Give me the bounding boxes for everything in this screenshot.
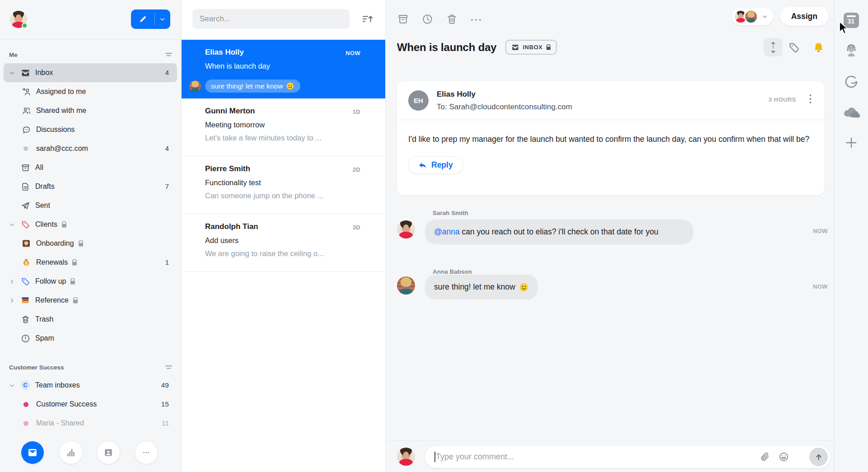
compose-chevron-down-icon[interactable] [155, 16, 170, 22]
sidebar-item-drafts[interactable]: Drafts 7 [4, 177, 177, 196]
conversation-sender: Gunni Merton [205, 107, 360, 116]
chevron-right-icon[interactable] [9, 298, 21, 304]
spam-shield-icon [21, 334, 35, 343]
sidebar-item-label: sarah@ccc.com [36, 145, 88, 153]
reply-button[interactable]: Reply [408, 156, 463, 174]
sidebar: Me Inbox 4 Assigned to me Shared with me… [0, 0, 181, 472]
smiley-emoji [519, 282, 529, 292]
conversation-item[interactable]: Pierre Smith 2D Functionality test Can s… [182, 156, 385, 214]
chevron-down-icon[interactable] [9, 70, 21, 76]
books-emoji-icon [21, 296, 35, 305]
comment-time: NOW [813, 283, 828, 290]
people-icon [22, 106, 36, 116]
thread-pane: Assign When is launch day INBOX EH Elias… [386, 0, 833, 472]
more-vertical-icon[interactable] [809, 94, 812, 104]
message-body: I'd like to prep my manager for the laun… [408, 131, 815, 147]
add-integration-plus-icon[interactable] [845, 136, 858, 149]
sidebar-item-assigned-to-me[interactable]: Assigned to me [4, 82, 177, 101]
chevron-down-icon[interactable] [9, 383, 21, 388]
compose-button[interactable] [131, 9, 170, 29]
snooze-clock-icon[interactable] [421, 13, 434, 25]
sidebar-item-clients[interactable]: Clients [4, 215, 177, 234]
unread-count: 49 [161, 381, 169, 389]
dock-more-button[interactable] [135, 441, 158, 464]
sidebar-item-spam[interactable]: Spam [4, 329, 177, 348]
filter-icon[interactable] [165, 364, 173, 370]
search-input[interactable] [192, 9, 350, 29]
sidebar-item-sent[interactable]: Sent [4, 196, 177, 215]
inbox-badge[interactable]: INBOX [505, 40, 556, 55]
loop-app-icon[interactable] [844, 74, 859, 89]
calendar-day: 31 [844, 18, 859, 25]
sidebar-item-renewals[interactable]: $ Renewals 1 [4, 253, 177, 272]
chevron-down-icon[interactable] [9, 222, 21, 228]
trash-icon [21, 315, 35, 324]
sidebar-item-reference[interactable]: Reference [4, 291, 177, 310]
notification-bell-icon[interactable] [812, 42, 825, 54]
sidebar-item-onboarding[interactable]: Onboarding [4, 234, 177, 253]
sidebar-item-discussions[interactable]: Discussions [4, 120, 177, 139]
sidebar-item-label: Discussions [36, 126, 75, 134]
paperclip-icon[interactable] [760, 452, 770, 462]
comment-author: Anna Babson [433, 268, 472, 275]
sidebar-item-label: Customer Success [36, 400, 97, 408]
conversation-item[interactable]: Gunni Merton 1D Meeting tomorrow Let's t… [182, 98, 385, 156]
emoji-picker-icon[interactable] [779, 452, 789, 462]
mention-link[interactable]: @anna [434, 227, 460, 236]
assign-button[interactable]: Assign [780, 7, 829, 26]
trash-icon[interactable] [446, 13, 458, 25]
dock-inbox-button[interactable] [21, 441, 44, 464]
persona-app-icon[interactable] [843, 42, 859, 59]
sidebar-item-inbox[interactable]: Inbox 4 [4, 63, 177, 82]
comment-input-container[interactable] [425, 446, 831, 468]
conversation-item-selected[interactable]: Elias Holly NOW When is launch day sure … [182, 40, 385, 98]
calendar-icon[interactable]: 31 [844, 13, 859, 28]
sidebar-item-follow-up[interactable]: Follow up [4, 272, 177, 291]
integration-rail: 31 [834, 0, 868, 472]
sidebar-item-label: Follow up [35, 277, 66, 285]
comment-bubble: sure thing! let me know [425, 275, 538, 299]
filter-icon[interactable] [165, 51, 173, 58]
sort-icon[interactable] [362, 14, 373, 24]
conversation-item[interactable]: Randolph Tian 3D Add users We are going … [182, 214, 385, 272]
cloud-app-icon[interactable] [842, 106, 860, 118]
sidebar-item-sarah-channel[interactable]: sarah@ccc.com 4 [4, 139, 177, 158]
comment-author: Sarah Smith [433, 210, 468, 216]
sidebar-item-label: Shared with me [36, 107, 86, 115]
assignee-avatars[interactable] [732, 8, 773, 25]
woman-emoji-icon [22, 239, 36, 248]
conversation-time: NOW [345, 50, 360, 56]
send-button[interactable] [809, 448, 828, 466]
archive-box-icon [21, 163, 35, 173]
sidebar-item-team-inboxes[interactable]: C Team inboxes 49 [4, 376, 177, 395]
conversation-subject: When is launch day [205, 62, 360, 70]
message-card: EH Elias Holly To: Sarah@cloudcontentcon… [397, 81, 824, 195]
tag-icon[interactable] [788, 42, 800, 54]
send-arrow-up-icon [814, 453, 823, 462]
chevron-right-icon[interactable] [9, 279, 21, 285]
conversation-time: 3D [353, 224, 360, 231]
sidebar-item-all[interactable]: All [4, 158, 177, 177]
message-recipient: To: Sarah@cloudcontentconsulting.com [437, 103, 572, 112]
sidebar-item-maria-shared[interactable]: Maria - Shared 11 [4, 414, 177, 433]
sidebar-item-label: Assigned to me [36, 88, 86, 96]
more-horizontal-icon[interactable] [470, 18, 482, 22]
dock-analytics-button[interactable] [60, 441, 82, 464]
sidebar-item-label: Onboarding [36, 239, 74, 248]
lock-icon [61, 221, 67, 228]
conversation-snippet: We are going to raise the ceiling o... [205, 249, 360, 258]
section-title-me: Me [9, 51, 18, 58]
sidebar-nav: Me Inbox 4 Assigned to me Shared with me… [0, 40, 181, 434]
conversation-time: 2D [353, 166, 360, 173]
conversation-sender: Pierre Smith [205, 164, 360, 173]
sidebar-item-shared-with-me[interactable]: Shared with me [4, 101, 177, 120]
conversation-sender: Elias Holly [205, 48, 360, 57]
sidebar-item-label: Maria - Shared [36, 419, 84, 427]
sidebar-item-trash[interactable]: Trash [4, 310, 177, 329]
sidebar-item-customer-success-inbox[interactable]: Customer Success 15 [4, 395, 177, 414]
comment-input[interactable] [436, 446, 720, 468]
compose-pencil-icon [131, 15, 154, 23]
dock-contacts-button[interactable] [97, 441, 120, 464]
archive-icon[interactable] [397, 13, 409, 25]
expand-vertical-icon[interactable] [764, 38, 782, 56]
